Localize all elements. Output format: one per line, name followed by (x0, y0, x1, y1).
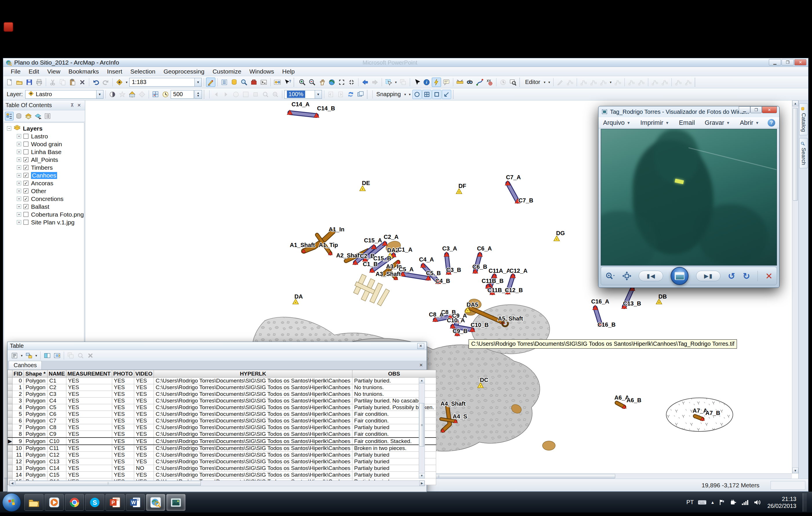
refresh-pair-button[interactable] (346, 90, 355, 99)
delete-button[interactable] (78, 78, 87, 87)
table-cell[interactable]: C2 (47, 384, 66, 391)
viewer-window-button[interactable] (508, 78, 518, 87)
table-cell[interactable]: Polygon (24, 431, 48, 438)
table-cell[interactable]: YES (66, 452, 112, 458)
layer-checkbox[interactable] (24, 220, 28, 225)
brightness-button[interactable] (118, 90, 127, 99)
table-cell[interactable]: YES (112, 391, 134, 398)
layer-label[interactable]: Concretions (31, 195, 63, 203)
minimize-button[interactable]: ▁ (769, 59, 781, 65)
table-cell[interactable]: C8 (47, 424, 66, 431)
layer-label[interactable]: Ancoras (31, 180, 53, 187)
new-document-button[interactable] (5, 78, 14, 87)
swipe-button[interactable] (127, 90, 137, 99)
layer-checkbox[interactable]: ✓ (24, 188, 28, 193)
column-header-obs[interactable]: OBS (352, 370, 436, 377)
table-cell[interactable]: Polygon (24, 437, 48, 445)
dropdown-arrow-icon[interactable]: ▾ (20, 351, 24, 360)
table-cell[interactable]: YES (66, 404, 112, 411)
table-cell[interactable]: C:\Users\Rodrigo Torres\Documents\SIG\SI… (154, 377, 352, 384)
table-cell[interactable] (8, 411, 12, 418)
layer-combobox[interactable]: Lastro▾ (25, 90, 104, 99)
catalog-button[interactable] (230, 78, 239, 87)
taskbar-app-arcmap[interactable] (146, 494, 165, 511)
table-cell[interactable]: C14 (47, 465, 66, 472)
taskbar-app-powerpoint[interactable]: P (106, 494, 125, 511)
expand-icon[interactable]: + (17, 165, 21, 170)
table-cell[interactable]: Polygon (24, 418, 48, 424)
full2-button[interactable] (241, 90, 251, 99)
fixed2-button[interactable] (251, 90, 260, 99)
page-left-button[interactable] (326, 90, 336, 99)
contrast-button[interactable] (108, 90, 117, 99)
table-cell[interactable] (8, 424, 12, 431)
copy-button[interactable] (58, 78, 67, 87)
table-cell[interactable]: YES (134, 384, 153, 391)
menu-geoprocessing[interactable]: Geoprocessing (160, 67, 208, 76)
expand-icon[interactable]: + (17, 196, 21, 201)
edit-vertices-button[interactable] (566, 78, 575, 87)
table-cell[interactable] (8, 445, 12, 452)
table-cell[interactable]: YES (134, 398, 153, 404)
table-cell[interactable]: Polygon (24, 465, 48, 472)
select-elements-button[interactable] (412, 78, 422, 87)
table-cell[interactable]: Polygon (24, 452, 48, 458)
trace-tool-button[interactable] (599, 78, 608, 87)
table-row[interactable]: 11PolygonC12YESYESYESC:\Users\Rodrigo To… (8, 452, 436, 458)
dock-tab-catalog[interactable]: Catalog (799, 103, 808, 135)
table-cell[interactable]: YES (112, 431, 134, 438)
scroll-right-arrow[interactable]: ▶ (419, 481, 425, 486)
expand-icon[interactable]: + (17, 212, 21, 217)
scroll-up-arrow[interactable]: ▲ (419, 378, 425, 384)
open-folder-button[interactable] (15, 78, 24, 87)
layer-checkbox[interactable] (24, 134, 28, 139)
column-header-hyperlk[interactable]: HYPERLK (154, 370, 352, 377)
table-cell[interactable]: C10 (47, 437, 66, 445)
layer-item-wood-grain[interactable]: +Wood grain (4, 140, 84, 148)
layer-label[interactable]: Other (31, 188, 47, 194)
forward-button[interactable] (370, 78, 380, 87)
expand-icon[interactable]: + (17, 220, 21, 224)
table-cell[interactable]: C:\Users\Rodrigo Torres\Documents\SIG\SI… (154, 418, 352, 424)
table-cell[interactable]: YES (134, 424, 153, 431)
combo-arrow-icon[interactable]: ▾ (315, 90, 322, 98)
table-cell[interactable]: YES (112, 458, 134, 465)
table-cell[interactable] (8, 452, 12, 458)
close-button[interactable]: ✕ (794, 59, 807, 65)
table-cell[interactable]: 8 (12, 431, 24, 438)
table-cell[interactable]: YES (134, 404, 153, 411)
table-cell[interactable] (8, 404, 12, 411)
table-cell[interactable]: C:\Users\Rodrigo Torres\Documents\SIG\SI… (154, 411, 352, 418)
table-cell[interactable]: Polygon (24, 384, 48, 391)
editor-label[interactable]: Editor (523, 79, 542, 85)
table-cell[interactable]: C5 (47, 404, 66, 411)
list-by-drawing-order-button[interactable] (5, 112, 13, 120)
layer-item-ballast[interactable]: +✓Ballast (4, 203, 84, 211)
table-cell[interactable]: 13 (12, 465, 24, 472)
flicker-button[interactable] (137, 90, 147, 99)
python-window-button[interactable] (259, 78, 268, 87)
table-cell[interactable]: YES (134, 445, 153, 452)
dropdown-arrow-icon[interactable]: ▾ (408, 90, 412, 99)
table-cell[interactable]: Polygon (24, 445, 48, 452)
expand-icon[interactable]: + (17, 157, 21, 162)
table-row[interactable]: 7PolygonC8YESYESYESC:\Users\Rodrigo Torr… (8, 424, 436, 431)
table-cell[interactable]: YES (134, 377, 153, 384)
table-tab-canhoes[interactable]: Canhoes (9, 361, 42, 369)
layer-label[interactable]: Timbers (31, 164, 53, 171)
full-extent-button[interactable] (327, 78, 337, 87)
table-cell[interactable]: 3 (12, 398, 24, 404)
expand-icon[interactable]: + (17, 150, 21, 154)
power-plug-icon[interactable] (730, 498, 737, 506)
layer-checkbox[interactable] (24, 142, 28, 147)
table-row[interactable]: 8PolygonC9YESYESYESC:\Users\Rodrigo Torr… (8, 431, 436, 438)
zoomnext-button[interactable] (271, 90, 280, 99)
help-cursor-button[interactable]: ? (283, 78, 292, 87)
split-tool-button[interactable] (660, 78, 669, 87)
rotate-counterclockwise-button[interactable]: ↺ (728, 271, 735, 281)
find-route-button[interactable] (475, 78, 484, 87)
expand-icon[interactable]: + (17, 134, 21, 139)
table-cell[interactable]: YES (134, 437, 153, 445)
snap-grid-button[interactable] (422, 90, 432, 99)
minimize-button[interactable]: ▁ (739, 106, 750, 113)
